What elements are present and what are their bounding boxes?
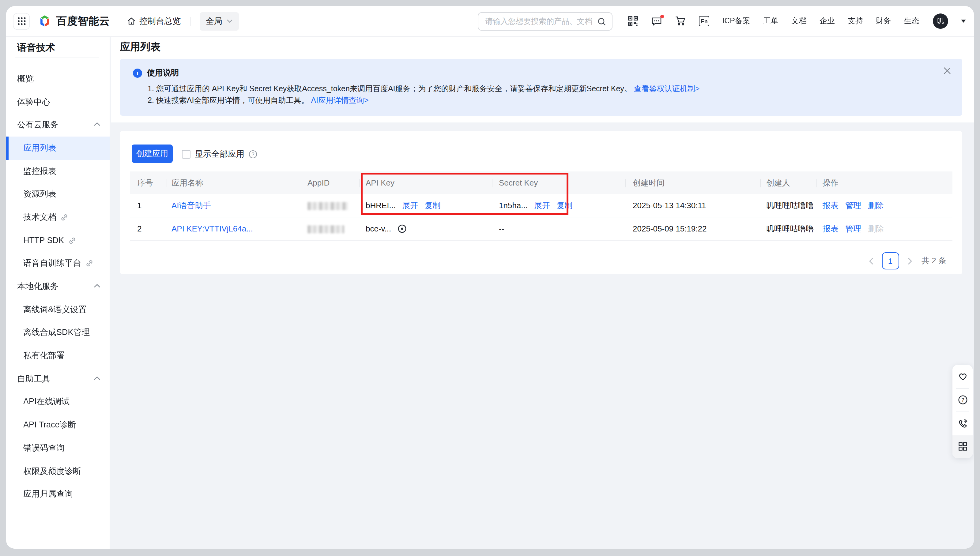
main-content: 应用列表 i 使用说明 1. 您可通过应用的 API Key和 Secret K…: [111, 37, 974, 549]
sidebar-item-offline-sdk[interactable]: 离线合成SDK管理: [6, 321, 110, 344]
sidebar-menu: 概览 体验中心 公有云服务 应用列表 监控报表 资源列表 技术文档 HTTP S…: [6, 67, 110, 506]
created-time: 2025-05-09 15:19:22: [625, 224, 760, 233]
help-button[interactable]: ?: [953, 388, 973, 412]
col-header-name: 应用名称: [167, 177, 301, 188]
prev-page-icon[interactable]: [868, 257, 874, 265]
page-header-section: 应用列表 i 使用说明 1. 您可通过应用的 API Key和 Secret K…: [111, 37, 974, 123]
sidebar-item-offline-semantics[interactable]: 离线词&语义设置: [6, 298, 110, 321]
sidebar-item-app-ownership[interactable]: 应用归属查询: [6, 483, 110, 506]
page-number-button[interactable]: 1: [882, 252, 899, 270]
qrcode-icon[interactable]: [628, 16, 638, 26]
sidebar-item-http-sdk[interactable]: HTTP SDK: [6, 229, 110, 252]
sidebar-item-app-list[interactable]: 应用列表: [6, 137, 110, 160]
secret-key-expand-link[interactable]: 展开: [534, 200, 550, 210]
eye-icon[interactable]: [398, 224, 407, 233]
sidebar: 语音技术 概览 体验中心 公有云服务 应用列表 监控报表 资源列表 技术文档 H…: [6, 37, 110, 549]
sidebar-item-resource-list[interactable]: 资源列表: [6, 183, 110, 206]
phone-icon: [957, 419, 967, 428]
chevron-up-icon: [94, 376, 100, 381]
api-key-value: bce-v...: [365, 224, 391, 233]
account-menu-caret-icon[interactable]: [961, 19, 966, 23]
row-index: 2: [130, 224, 167, 233]
avatar[interactable]: 叽: [933, 13, 948, 29]
report-link[interactable]: 报表: [823, 223, 839, 234]
sidebar-item-experience-center[interactable]: 体验中心: [6, 91, 110, 113]
language-toggle[interactable]: En: [699, 16, 709, 26]
pagination: 1 共 2 条: [868, 252, 946, 270]
secret-key-copy-link[interactable]: 复制: [557, 200, 573, 210]
browser-window: 百度智能云 控制台总览 全局: [6, 6, 974, 549]
svg-text:?: ?: [961, 398, 964, 403]
brand-name: 百度智能云: [57, 14, 110, 28]
contact-button[interactable]: [953, 412, 973, 435]
report-link[interactable]: 报表: [823, 200, 839, 211]
grid-icon: [957, 442, 967, 452]
sidebar-item-tech-docs[interactable]: 技术文档: [6, 206, 110, 229]
manage-link[interactable]: 管理: [845, 200, 861, 211]
console-overview-link[interactable]: 控制台总览: [126, 16, 181, 27]
delete-link[interactable]: 删除: [868, 200, 884, 211]
total-count: 共 2 条: [922, 255, 946, 267]
nav-link-support[interactable]: 支持: [848, 16, 863, 26]
next-page-icon[interactable]: [907, 257, 912, 265]
col-header-creator: 创建人: [760, 177, 817, 188]
nav-link-icp[interactable]: ICP备案: [722, 16, 750, 26]
navbar-left: 百度智能云 控制台总览 全局: [6, 6, 239, 36]
secret-key-value: 1n5ha...: [499, 200, 528, 210]
console-overview-label: 控制台总览: [139, 16, 181, 27]
nav-link-enterprise[interactable]: 企业: [820, 16, 835, 26]
creator: 叽哩哩咕噜噜: [760, 200, 817, 211]
api-key-expand-link[interactable]: 展开: [403, 200, 418, 210]
nav-link-docs[interactable]: 文档: [791, 16, 807, 26]
appid-masked-value: [307, 202, 348, 210]
search-input[interactable]: [485, 17, 597, 26]
notification-badge: [660, 15, 664, 18]
close-icon[interactable]: [943, 67, 951, 75]
nav-link-finance[interactable]: 财务: [876, 16, 891, 26]
auth-mechanism-link[interactable]: 查看鉴权认证机制>: [634, 84, 700, 93]
apps-grid-icon: [17, 16, 26, 26]
search-icon[interactable]: [597, 17, 606, 26]
col-header-no: 序号: [130, 177, 167, 188]
sidebar-item-quota-diagnosis[interactable]: 权限及额度诊断: [6, 459, 110, 483]
info-icon: i: [133, 68, 142, 78]
heart-icon: [957, 372, 967, 381]
chevron-up-icon: [94, 122, 100, 127]
manage-link[interactable]: 管理: [845, 223, 861, 234]
sidebar-group-public-cloud[interactable]: 公有云服务: [6, 113, 110, 137]
region-selector[interactable]: 全局: [200, 12, 239, 30]
sidebar-item-api-debug[interactable]: API在线调试: [6, 390, 110, 413]
sidebar-item-private-deploy[interactable]: 私有化部署: [6, 344, 110, 367]
created-time: 2025-05-13 14:30:11: [625, 201, 760, 210]
sidebar-item-self-training-platform[interactable]: 语音自训练平台: [6, 252, 110, 275]
messages-icon[interactable]: [651, 16, 662, 26]
app-detail-query-link[interactable]: AI应用详情查询>: [311, 96, 369, 105]
app-name-link[interactable]: API KEY:VTTIVjL64a...: [171, 224, 253, 233]
favorite-button[interactable]: [953, 365, 973, 388]
sidebar-group-localized-services[interactable]: 本地化服务: [6, 275, 110, 298]
sidebar-title: 语音技术: [17, 42, 55, 55]
navbar-right: En ICP备案 工单 文档 企业 支持 财务 生态 叽: [628, 6, 966, 36]
sidebar-item-api-trace[interactable]: API Trace诊断: [6, 414, 110, 436]
row-index: 1: [130, 201, 167, 210]
show-all-checkbox[interactable]: [182, 150, 191, 158]
svg-text:?: ?: [251, 152, 254, 157]
more-tools-button[interactable]: [953, 435, 973, 458]
floating-toolbar: ?: [953, 365, 973, 458]
nav-link-tickets[interactable]: 工单: [763, 16, 778, 26]
api-key-copy-link[interactable]: 复制: [425, 200, 441, 210]
secret-key-value: --: [492, 224, 625, 233]
help-icon[interactable]: ?: [249, 150, 257, 158]
sidebar-item-overview[interactable]: 概览: [6, 67, 110, 91]
sidebar-item-error-code[interactable]: 错误码查询: [6, 436, 110, 459]
create-app-button[interactable]: 创建应用: [132, 144, 173, 163]
sidebar-item-monitor-report[interactable]: 监控报表: [6, 160, 110, 183]
table-row: 2 API KEY:VTTIVjL64a... bce-v... -- 2025…: [130, 217, 953, 241]
nav-link-ecosystem[interactable]: 生态: [904, 16, 919, 26]
show-all-apps-control: 显示全部应用 ?: [182, 149, 257, 160]
cart-icon[interactable]: [675, 16, 686, 26]
apps-grid-button[interactable]: [13, 13, 30, 30]
baidu-cloud-logo-icon: [38, 15, 52, 28]
app-name-link[interactable]: AI语音助手: [171, 200, 211, 210]
sidebar-group-self-service-tools[interactable]: 自助工具: [6, 367, 110, 390]
